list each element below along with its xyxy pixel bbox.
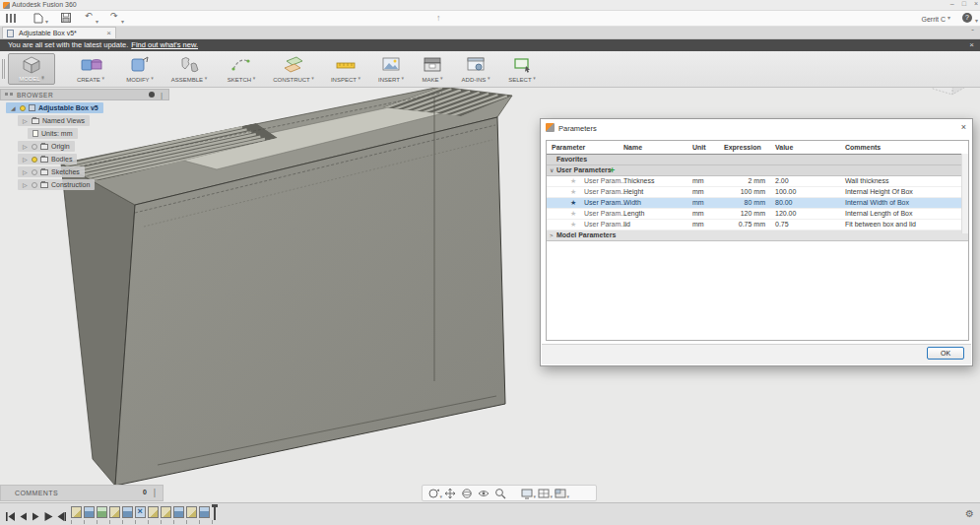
close-window-button[interactable]: ×: [974, 0, 978, 7]
ribbon-make[interactable]: MAKE ▾: [414, 53, 451, 85]
help-caret[interactable]: ▾: [975, 17, 978, 24]
timeline-feature-icon[interactable]: [199, 506, 210, 518]
ribbon-inspect[interactable]: INSPECT ▾: [323, 53, 368, 85]
ribbon-construct[interactable]: CONSTRUCT ▾: [266, 53, 321, 85]
orbit-icon[interactable]: ▾: [427, 488, 440, 499]
browser-item-construction[interactable]: ▷Construction: [0, 179, 197, 192]
table-scrollbar[interactable]: [961, 154, 968, 233]
look-at-icon[interactable]: [478, 488, 490, 499]
timeline-feature-icon[interactable]: [71, 506, 82, 518]
pan-icon[interactable]: [444, 488, 457, 499]
ribbon-create[interactable]: CREATE ▾: [65, 53, 116, 85]
browser-item-origin[interactable]: ▷Origin: [0, 141, 197, 154]
timeline-skip-end-button[interactable]: [56, 508, 67, 519]
parameter-expression[interactable]: 120 mm: [724, 209, 765, 219]
expand-icon[interactable]: ▷: [23, 143, 29, 150]
parameter-name[interactable]: Width: [623, 198, 641, 208]
parameter-name[interactable]: Height: [623, 187, 643, 197]
parameter-row[interactable]: ★ User Param... Height mm 100 mm 100.00 …: [547, 187, 968, 198]
parameter-comments[interactable]: Internal Length of Box: [845, 209, 913, 219]
parameter-comments[interactable]: Wall thickness: [845, 176, 888, 186]
data-panel-icon[interactable]: [6, 14, 16, 23]
ribbon-insert[interactable]: INSERT ▾: [370, 53, 412, 85]
parameter-row[interactable]: ★ User Param... lid mm 0.75 mm 0.75 Fit …: [547, 220, 968, 230]
dialog-close-icon[interactable]: ×: [961, 122, 966, 132]
timeline-feature-icon[interactable]: [122, 506, 133, 518]
browser-item-sketches[interactable]: ▷Sketches: [0, 166, 197, 179]
parameter-row[interactable]: ★ User Param... Thickness mm 2 mm 2.00 W…: [547, 176, 968, 187]
timeline-feature-icon[interactable]: [84, 506, 95, 518]
tab-close-icon[interactable]: ×: [106, 29, 111, 37]
notification-close-icon[interactable]: ×: [969, 39, 974, 51]
ribbon-assemble[interactable]: ASSEMBLE ▾: [163, 53, 215, 85]
viewports-icon[interactable]: ▾: [555, 488, 567, 499]
undo-icon[interactable]: ↶: [85, 11, 93, 21]
visibility-bulb-icon[interactable]: [32, 182, 37, 188]
visibility-bulb-icon[interactable]: [20, 105, 26, 111]
user-parameters-group-row[interactable]: ∨ User Parameters +: [547, 165, 968, 176]
visibility-bulb-icon[interactable]: [32, 144, 37, 150]
parameter-row[interactable]: ★ User Param... Width mm 80 mm 80.00 Int…: [547, 198, 968, 209]
parameter-expression[interactable]: 0.75 mm: [724, 220, 765, 230]
timeline-skip-start-button[interactable]: [5, 508, 16, 519]
expand-icon[interactable]: ▷: [23, 181, 29, 188]
expand-icon[interactable]: ▷: [23, 156, 29, 163]
parameter-name[interactable]: lid: [623, 220, 630, 230]
visibility-bulb-icon[interactable]: [32, 157, 37, 163]
minimize-button[interactable]: –: [950, 0, 954, 7]
document-tab[interactable]: Adjustable Box v5* ×: [2, 27, 116, 38]
timeline-feature-icon[interactable]: [135, 506, 146, 518]
expand-arrow-icon[interactable]: >: [550, 230, 554, 240]
parameter-name[interactable]: Length: [623, 209, 644, 219]
timeline-play-button[interactable]: [43, 508, 54, 519]
comments-bar[interactable]: COMMENTS 0 |: [0, 485, 163, 501]
browser-panel-header[interactable]: BROWSER |: [0, 89, 169, 100]
timeline-feature-icon[interactable]: [186, 506, 197, 518]
file-menu-caret[interactable]: ▾: [45, 17, 48, 27]
model-parameters-group-row[interactable]: > Model Parameters: [547, 230, 968, 241]
visibility-bulb-icon[interactable]: [32, 169, 37, 175]
expand-icon[interactable]: ▷: [23, 168, 29, 175]
upload-status-icon[interactable]: ↑: [436, 13, 441, 23]
ribbon-select[interactable]: SELECT ▾: [500, 53, 544, 85]
zoom-icon[interactable]: [494, 488, 507, 499]
timeline-step-back-button[interactable]: [18, 508, 29, 519]
expand-icon[interactable]: ▷: [23, 117, 29, 124]
add-parameter-icon[interactable]: +: [610, 165, 615, 175]
maximize-button[interactable]: □: [962, 0, 966, 7]
user-menu[interactable]: Gerrit C ▾: [922, 14, 950, 23]
timeline-feature-icon[interactable]: [161, 506, 171, 518]
favorite-star-icon[interactable]: ★: [570, 198, 576, 208]
file-menu-icon[interactable]: [33, 13, 43, 26]
favorites-group-row[interactable]: Favorites: [547, 155, 968, 165]
redo-caret[interactable]: ▾: [121, 17, 124, 27]
parameter-comments[interactable]: Fit between box and lid: [845, 220, 916, 230]
favorite-star-icon[interactable]: ★: [570, 209, 576, 219]
timeline-settings-gear-icon[interactable]: ⚙: [965, 508, 974, 519]
parameter-comments[interactable]: Internal Width of Box: [845, 198, 909, 208]
timeline-step-forward-button[interactable]: [31, 508, 41, 519]
workspace-selector-model[interactable]: MODEL ▾: [8, 53, 55, 85]
whats-new-link[interactable]: Find out what's new.: [131, 40, 198, 49]
browser-root-item[interactable]: ◢Adjustable Box v5: [0, 102, 197, 115]
ok-button[interactable]: OK: [927, 347, 964, 360]
display-settings-icon[interactable]: ▾: [521, 488, 534, 499]
panel-resize-handle[interactable]: |: [161, 91, 163, 99]
parameter-expression[interactable]: 100 mm: [724, 187, 765, 197]
constrained-orbit-icon[interactable]: [461, 488, 474, 499]
browser-item-named-views[interactable]: ▷Named Views: [0, 115, 197, 128]
favorite-star-icon[interactable]: ★: [570, 187, 576, 197]
collapse-chevron-icon[interactable]: ˆ: [971, 28, 974, 36]
timeline-feature-icon[interactable]: [97, 506, 107, 518]
undo-caret[interactable]: ▾: [96, 17, 98, 27]
parameter-row[interactable]: ★ User Param... Length mm 120 mm 120.00 …: [547, 209, 968, 220]
save-icon[interactable]: [61, 13, 71, 25]
parameter-expression[interactable]: 80 mm: [724, 198, 765, 208]
browser-item-bodies[interactable]: ▷Bodies: [0, 154, 197, 166]
ribbon-sketch[interactable]: SKETCH ▾: [219, 53, 264, 85]
favorite-star-icon[interactable]: ★: [570, 220, 576, 230]
toolbar-grip-handle[interactable]: [2, 59, 5, 79]
browser-dot-icon[interactable]: [149, 92, 155, 98]
help-icon[interactable]: ?: [962, 13, 972, 23]
timeline-feature-icon[interactable]: [173, 506, 184, 518]
